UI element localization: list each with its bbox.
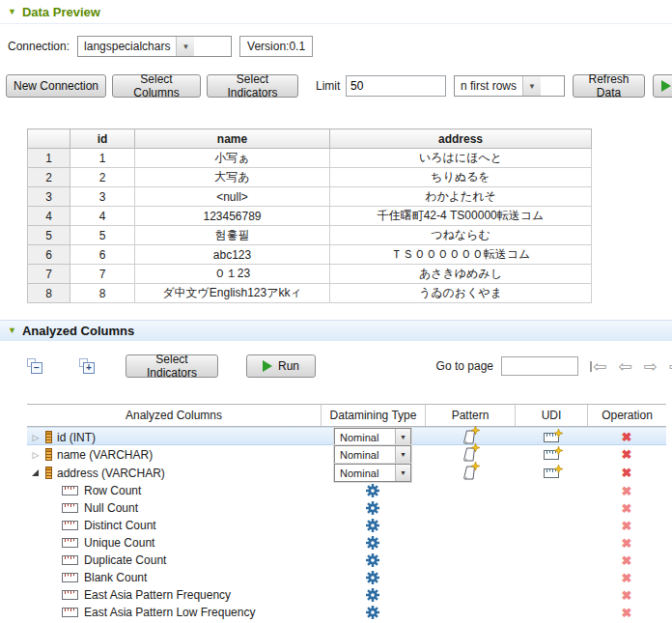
delete-icon[interactable]: ✖: [622, 466, 632, 480]
gear-icon[interactable]: [366, 501, 379, 515]
add-udi-icon[interactable]: [544, 433, 559, 442]
gear-icon[interactable]: [366, 606, 379, 619]
chevron-down-icon[interactable]: ▼: [176, 37, 194, 56]
header-udi[interactable]: UDI: [515, 405, 587, 426]
add-pattern-icon[interactable]: [463, 447, 476, 462]
expand-arrow-icon[interactable]: ▷: [31, 433, 41, 442]
select-columns-button[interactable]: Select Columns: [112, 74, 201, 98]
delete-icon[interactable]: ✖: [622, 553, 632, 568]
previous-page-icon[interactable]: ⇦: [618, 358, 631, 375]
col-header-address[interactable]: address: [330, 129, 592, 149]
indicator-row[interactable]: East Asia Pattern Low Frequency ✖: [27, 604, 666, 621]
chevron-down-icon[interactable]: ▼: [395, 429, 410, 445]
delete-icon[interactable]: ✖: [622, 588, 632, 603]
add-udi-icon[interactable]: [544, 450, 559, 460]
delete-icon[interactable]: ✖: [622, 519, 632, 533]
play-icon: [661, 80, 671, 92]
gear-icon[interactable]: [366, 484, 379, 497]
delete-icon[interactable]: ✖: [622, 501, 632, 516]
star-badge-icon: [471, 443, 480, 452]
indicator-row[interactable]: Row Count ✖: [27, 482, 666, 499]
col-header-name[interactable]: name: [135, 129, 330, 149]
col-header-id[interactable]: id: [70, 129, 135, 149]
header-analyzed-columns[interactable]: Analyzed Columns: [27, 405, 321, 426]
expand-all-icon[interactable]: +: [79, 358, 95, 374]
table-row[interactable]: 8 8 ダ中文ヴEnglish123アkkィ うゐのおくやま: [28, 284, 592, 303]
name-cell: ０１23: [135, 265, 330, 284]
table-row[interactable]: 1 1 小写ぁ いろはにほへと: [28, 149, 592, 168]
delete-icon[interactable]: ✖: [622, 571, 632, 585]
analyzed-column-row[interactable]: ▷ address (VARCHAR) Nominal ▼ ✖: [27, 464, 666, 482]
table-row[interactable]: 5 5 험흫필 つねならむ: [28, 226, 592, 245]
delete-icon[interactable]: ✖: [622, 536, 632, 551]
table-row[interactable]: 4 4 123456789 千住曙町42-4 TS00000転送コム: [28, 207, 592, 226]
operation-cell: ✖: [622, 466, 632, 480]
data-preview-section-header: ▼ Data Preview: [0, 0, 672, 24]
indicator-row[interactable]: Blank Count ✖: [27, 569, 666, 586]
header-operation[interactable]: Operation: [587, 405, 666, 426]
id-cell: 7: [70, 265, 135, 284]
header-datamining-type[interactable]: Datamining Type: [321, 405, 425, 426]
delete-icon[interactable]: ✖: [622, 447, 632, 462]
run-analysis-button[interactable]: Run: [246, 354, 316, 378]
collapse-all-icon[interactable]: −: [27, 358, 42, 374]
delete-icon[interactable]: ✖: [622, 430, 632, 444]
add-pattern-icon[interactable]: [463, 466, 476, 480]
chevron-down-icon[interactable]: ▼: [395, 465, 410, 481]
pattern-cell: [463, 466, 476, 480]
indicator-row[interactable]: Duplicate Count ✖: [27, 552, 666, 569]
gear-icon[interactable]: [366, 536, 379, 550]
gear-icon[interactable]: [366, 571, 379, 584]
datamining-type-select[interactable]: Nominal ▼: [334, 428, 411, 446]
analyzed-column-row[interactable]: ▷ name (VARCHAR) Nominal ▼ ✖: [27, 445, 666, 464]
indicator-row[interactable]: Null Count ✖: [27, 499, 666, 517]
add-udi-icon[interactable]: [544, 468, 559, 478]
gear-icon[interactable]: [366, 553, 379, 567]
select-indicators-button[interactable]: Select Indicators: [207, 74, 298, 98]
address-cell: わかよたれそ: [330, 187, 592, 207]
section-collapse-icon[interactable]: ▼: [8, 8, 16, 16]
delete-icon[interactable]: ✖: [622, 484, 632, 498]
table-row[interactable]: 7 7 ０１23 あさきゆめみし: [28, 265, 592, 284]
goto-page-input[interactable]: [501, 356, 578, 376]
next-page-icon[interactable]: ⇨: [644, 358, 658, 375]
address-cell: いろはにほへと: [330, 149, 592, 168]
expand-arrow-icon[interactable]: ▷: [31, 450, 41, 460]
star-badge-icon: [471, 462, 480, 470]
id-cell: 2: [70, 168, 135, 187]
gear-icon[interactable]: [366, 588, 379, 602]
select-indicators-button[interactable]: Select Indicators: [126, 354, 218, 378]
add-pattern-icon[interactable]: [463, 430, 476, 444]
indicator-row[interactable]: Unique Count ✖: [27, 534, 666, 552]
chevron-down-icon[interactable]: ▼: [522, 76, 541, 96]
table-row[interactable]: 6 6 abc123 ＴＳ００００００転送コム: [28, 245, 592, 265]
connection-label: Connection:: [8, 40, 70, 53]
header-pattern[interactable]: Pattern: [425, 405, 515, 426]
id-cell: 6: [70, 245, 135, 265]
datamining-type-value: Nominal: [335, 465, 395, 481]
run-preview-button[interactable]: [653, 74, 672, 98]
rows-mode-select[interactable]: n first rows ▼: [454, 75, 565, 97]
indicator-row[interactable]: Distinct Count ✖: [27, 517, 666, 534]
gear-icon[interactable]: [366, 519, 379, 532]
analyzed-column-row[interactable]: ▷ id (INT) Nominal ▼ ✖: [27, 427, 666, 445]
collapse-arrow-icon[interactable]: [32, 469, 39, 476]
column-name-cell: ▷ address (VARCHAR): [27, 467, 321, 480]
table-row[interactable]: 3 3 <null> わかよたれそ: [28, 187, 592, 207]
operation-cell: ✖: [622, 430, 632, 444]
row-number-cell: 7: [28, 265, 70, 284]
delete-icon[interactable]: ✖: [622, 606, 632, 620]
refresh-data-button[interactable]: Refresh Data: [573, 74, 645, 98]
new-connection-button[interactable]: New Connection: [6, 74, 106, 98]
rows-mode-value: n first rows: [455, 76, 522, 96]
indicator-row[interactable]: East Asia Pattern Frequency ✖: [27, 586, 666, 604]
connection-select[interactable]: langspecialchars ▼: [77, 36, 232, 57]
datamining-type-select[interactable]: Nominal ▼: [334, 464, 411, 482]
first-page-icon[interactable]: ⇦: [590, 358, 606, 375]
chevron-down-icon[interactable]: ▼: [395, 446, 410, 463]
datamining-type-select[interactable]: Nominal ▼: [334, 445, 411, 464]
indicator-name-cell: Row Count: [27, 484, 321, 497]
section-collapse-icon[interactable]: ▼: [8, 326, 16, 335]
table-row[interactable]: 2 2 大写あ ちりぬるを: [28, 168, 592, 187]
limit-input[interactable]: [346, 75, 446, 97]
